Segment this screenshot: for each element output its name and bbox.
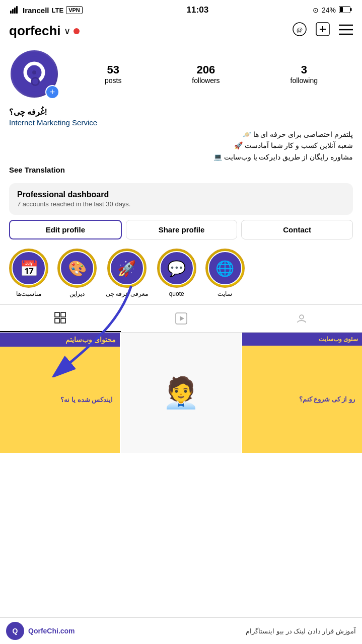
highlight-ring: 🌐 (205, 249, 245, 288)
app-header: qorfechi ∨ @ (0, 18, 362, 44)
bottom-bar-logo[interactable]: Q QorfeChi.com (6, 622, 75, 640)
svg-rect-23 (61, 312, 65, 317)
profile-top: + 53 posts 206 followers 3 following (9, 49, 353, 99)
highlight-ring: 📅 (9, 249, 48, 288)
bio-link[interactable]: Internet Marketing Service (9, 118, 353, 127)
tab-grid[interactable] (0, 305, 121, 332)
bottom-bar-text: آموزش قرار دادن لینک در بیو اینستاگرام (75, 627, 356, 635)
highlight-label: دیزاین (69, 290, 85, 297)
highlight-label: مناسبت‌ها (16, 290, 41, 297)
post-banner-1: محتوای وب‌سایتم ایندکس شده یا نه؟ (0, 333, 120, 452)
avatar-wrapper[interactable]: + (9, 49, 59, 99)
posts-count: 53 (107, 63, 119, 76)
post-thumb[interactable]: سئوی وب‌سایت رو از کی شروع کنم؟ (242, 333, 362, 452)
svg-marker-27 (180, 316, 184, 321)
bottom-bar-site: QorfeChi.com (28, 627, 75, 635)
tab-bar (0, 304, 362, 333)
highlight-item[interactable]: 📅 مناسبت‌ها (9, 249, 48, 297)
tab-tagged[interactable] (241, 305, 362, 332)
following-label: following (291, 76, 318, 85)
highlight-inner: 💬 (160, 251, 194, 285)
bottom-logo-icon: Q (6, 622, 24, 640)
svg-rect-5 (340, 7, 343, 12)
vpn-badge: VPN (66, 6, 83, 14)
bottom-bar: Q QorfeChi.com آموزش قرار دادن لینک در ب… (0, 617, 362, 644)
followers-stat[interactable]: 206 followers (192, 63, 220, 85)
highlight-item[interactable]: 🌐 سایت (205, 249, 245, 297)
highlight-ring: 🚀 (107, 249, 147, 288)
post-banner-top: محتوای وب‌سایتم (0, 333, 120, 347)
post-banner-bottom: ایندکس شده یا نه؟ (0, 347, 120, 452)
username-area[interactable]: qorfechi ∨ (9, 23, 80, 39)
bio-line-2: شعبه آنلاین کسب و کار شما آمادست 🚀 (9, 140, 353, 151)
highlights-section: 📅 مناسبت‌ها 🎨 دیزاین 🚀 معرفی غرفه چی 💬 q… (0, 247, 362, 302)
add-story-button[interactable]: + (45, 85, 59, 99)
highlight-inner: 🌐 (208, 251, 242, 285)
highlight-ring: 💬 (157, 249, 196, 288)
svg-rect-3 (16, 6, 18, 14)
menu-icon[interactable] (339, 23, 353, 39)
notification-dot (74, 28, 80, 34)
pro-dashboard-subtitle: 7 accounts reached in the last 30 days. (17, 200, 345, 208)
svg-rect-0 (10, 11, 12, 14)
carrier-label: Irancell (23, 6, 49, 15)
post-figure: 🧑‍💼 (121, 333, 241, 452)
action-buttons: Edit profile Share profile Contact (0, 220, 362, 239)
post-banner-3: سئوی وب‌سایت رو از کی شروع کنم؟ (242, 333, 362, 452)
highlight-item[interactable]: 🚀 معرفی غرفه چی (106, 249, 148, 297)
profile-section: + 53 posts 206 followers 3 following (0, 44, 362, 102)
svg-rect-1 (12, 9, 14, 14)
highlight-icon: 📅 (20, 260, 38, 277)
status-bar: Irancell LTE VPN 11:03 ⊙ 24% (0, 0, 362, 18)
add-post-icon[interactable] (316, 22, 330, 40)
professional-dashboard[interactable]: Professional dashboard 7 accounts reache… (9, 183, 353, 215)
svg-rect-6 (350, 8, 352, 11)
highlight-item[interactable]: 🎨 دیزاین (57, 249, 97, 297)
battery-label: 24% (322, 6, 336, 14)
post-thumb[interactable]: محتوای وب‌سایتم ایندکس شده یا نه؟ (0, 333, 120, 452)
post-banner-bottom: رو از کی شروع کنم؟ (242, 346, 362, 452)
highlight-icon: 🚀 (117, 260, 136, 277)
see-translation[interactable]: See Translation (9, 166, 353, 174)
stats-area: 53 posts 206 followers 3 following (69, 63, 353, 85)
followers-label: followers (192, 76, 220, 85)
edit-profile-button[interactable]: Edit profile (9, 220, 122, 239)
threads-icon[interactable]: @ (293, 22, 307, 40)
svg-rect-2 (14, 8, 16, 14)
network-label: LTE (52, 7, 64, 14)
status-right: ⊙ 24% (313, 6, 352, 15)
posts-stat[interactable]: 53 posts (105, 63, 121, 85)
signal-icon (10, 6, 20, 15)
highlight-icon: 🌐 (215, 260, 234, 277)
svg-rect-22 (55, 312, 59, 317)
svg-point-20 (32, 78, 38, 85)
tab-reels[interactable] (121, 305, 242, 332)
display-name: !غُرفه چی؟ (9, 107, 353, 117)
bio-line-1: پلتفرم اختصاصی برای حرفه ای ها 🪐 (9, 129, 353, 140)
svg-point-18 (32, 70, 36, 74)
contact-button[interactable]: Contact (241, 220, 353, 239)
svg-text:@: @ (297, 26, 303, 33)
followers-count: 206 (197, 63, 215, 76)
highlight-inner: 🚀 (110, 251, 144, 285)
highlight-item[interactable]: 💬 quote (157, 249, 196, 297)
pro-dashboard-title: Professional dashboard (17, 190, 345, 199)
following-stat[interactable]: 3 following (291, 63, 318, 85)
post-banner-top: سئوی وب‌سایت (242, 333, 362, 346)
highlight-label: معرفی غرفه چی (106, 290, 148, 297)
highlight-inner: 🎨 (60, 251, 94, 285)
share-profile-button[interactable]: Share profile (126, 220, 238, 239)
svg-point-28 (300, 315, 304, 319)
chevron-down-icon: ∨ (64, 26, 70, 37)
battery-icon (339, 6, 352, 15)
highlight-ring: 🎨 (57, 249, 97, 288)
highlight-icon: 🎨 (68, 260, 87, 277)
post-thumb[interactable]: 🧑‍💼 (121, 333, 241, 452)
status-left: Irancell LTE VPN (10, 6, 83, 15)
location-icon: ⊙ (313, 6, 319, 14)
highlight-icon: 💬 (167, 260, 186, 277)
highlight-label: quote (169, 290, 184, 297)
highlight-label: سایت (218, 290, 232, 297)
header-icons: @ (293, 22, 353, 40)
posts-label: posts (105, 76, 121, 85)
